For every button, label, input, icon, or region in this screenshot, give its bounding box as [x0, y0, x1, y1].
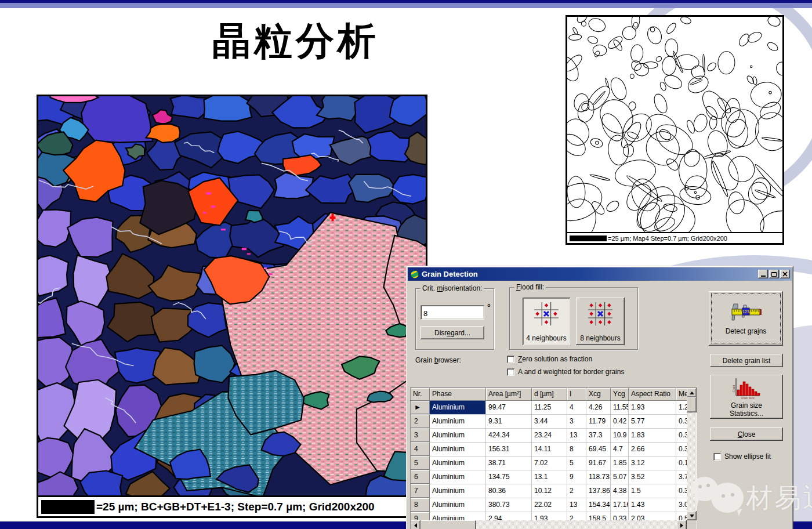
table-cell[interactable]: 4 — [567, 401, 586, 415]
table-cell[interactable]: 0.35 — [676, 429, 687, 443]
table-cell[interactable]: 3.44 — [532, 415, 567, 429]
column-header-phase[interactable]: Phase — [430, 388, 486, 401]
table-cell[interactable]: 3.12 — [629, 456, 676, 470]
zero-solution-checkbox[interactable]: Zero solution as fraction — [507, 355, 592, 363]
table-row[interactable]: 6Aluminium134.7513.19118.735.073.523.76 — [411, 470, 687, 484]
table-row[interactable]: 2Aluminium9.313.44311.790.425.770.37 — [411, 415, 687, 429]
table-cell[interactable]: 14.11 — [532, 443, 567, 456]
table-cell[interactable]: 118.73 — [586, 470, 611, 484]
table-cell[interactable]: 137.86 — [586, 484, 611, 498]
table-cell[interactable]: Aluminium — [430, 498, 486, 512]
table-row[interactable]: 9Aluminium2.941.932158.50.332.030.5 — [411, 512, 687, 520]
table-cell[interactable]: 1.93 — [532, 512, 567, 520]
table-cell[interactable]: 69.45 — [586, 443, 611, 456]
table-cell[interactable]: 4.26 — [586, 401, 611, 415]
table-cell[interactable]: 7.02 — [532, 456, 567, 470]
four-neighbours-button[interactable]: 4 neighbours — [523, 298, 570, 345]
table-cell[interactable]: 80.36 — [486, 484, 532, 498]
table-cell[interactable]: 0.42 — [611, 415, 629, 429]
table-cell[interactable]: 4.38 — [611, 484, 629, 498]
table-cell[interactable]: 1.93 — [629, 401, 676, 415]
table-cell[interactable]: Aluminium — [430, 470, 486, 484]
table-cell[interactable]: 37.3 — [586, 429, 611, 443]
table-cell[interactable]: 5.77 — [629, 415, 676, 429]
column-header-xcg[interactable]: Xcg — [586, 388, 611, 401]
table-cell[interactable]: 156.31 — [486, 443, 532, 456]
table-cell[interactable]: 23.24 — [532, 429, 567, 443]
table-cell[interactable]: 4 — [411, 443, 430, 456]
column-header-nr-[interactable]: Nr. — [411, 388, 430, 401]
table-cell[interactable]: 0.35 — [676, 484, 687, 498]
table-cell[interactable]: 13 — [567, 498, 586, 512]
table-cell[interactable]: 0.33 — [611, 512, 629, 520]
table-cell[interactable]: Aluminium — [430, 415, 486, 429]
table-row[interactable]: 7Aluminium80.3610.122137.864.381.50.35 — [411, 484, 687, 498]
eight-neighbours-button[interactable]: 8 neighbours — [576, 298, 625, 345]
minimize-button[interactable] — [758, 270, 768, 278]
table-cell[interactable]: 13.1 — [532, 470, 567, 484]
table-cell[interactable]: 2 — [411, 415, 430, 429]
table-cell[interactable]: 11.55 — [611, 401, 629, 415]
table-cell[interactable]: 4.7 — [611, 443, 629, 456]
column-header-aspect-ratio[interactable]: Aspect Ratio — [629, 388, 676, 401]
close-button[interactable]: Close — [710, 427, 783, 441]
column-header-d-m-[interactable]: d [µm] — [532, 388, 567, 401]
column-header-i[interactable]: I — [567, 388, 586, 401]
table-cell[interactable]: 2 — [567, 512, 586, 520]
table-cell[interactable]: Aluminium — [430, 443, 486, 456]
table-cell[interactable]: 1.28 — [676, 401, 687, 415]
table-cell[interactable]: 2.03 — [629, 512, 676, 520]
table-cell[interactable]: 1.85 — [611, 456, 629, 470]
table-cell[interactable]: 9 — [567, 470, 586, 484]
table-cell[interactable]: 380.73 — [486, 498, 532, 512]
weighted-border-checkbox[interactable]: A and d weighted for border grains — [507, 368, 624, 376]
table-cell[interactable]: 91.67 — [586, 456, 611, 470]
table-row[interactable]: 4Aluminium156.3114.11869.454.72.660.33 — [411, 443, 687, 456]
table-row[interactable]: 3Aluminium424.3423.241337.310.91.830.35 — [411, 429, 687, 443]
table-cell[interactable]: 158.5 — [586, 512, 611, 520]
table-cell[interactable]: 3.76 — [676, 470, 687, 484]
table-cell[interactable]: 154.34 — [586, 498, 611, 512]
table-cell[interactable]: Aluminium — [430, 456, 486, 470]
table-cell[interactable]: 3 — [411, 429, 430, 443]
column-header-me[interactable]: Me — [676, 388, 687, 401]
table-cell[interactable]: 9 — [411, 512, 430, 520]
table-cell[interactable]: Aluminium — [430, 512, 486, 520]
table-cell[interactable]: 38.71 — [486, 456, 532, 470]
table-cell[interactable]: 0.37 — [676, 415, 687, 429]
table-cell[interactable]: Aluminium — [430, 484, 486, 498]
table-cell[interactable]: 8 — [411, 498, 430, 512]
horizontal-scroll-thumb[interactable] — [420, 520, 476, 529]
table-cell[interactable]: 7 — [411, 484, 430, 498]
scroll-left-button[interactable] — [411, 520, 420, 529]
table-cell[interactable]: 0.5 — [676, 512, 687, 520]
table-cell[interactable]: 6 — [411, 470, 430, 484]
detect-grains-button[interactable]: 123 Detect grains — [709, 291, 783, 346]
table-cell[interactable]: 10.12 — [532, 484, 567, 498]
horizontal-scrollbar[interactable] — [411, 520, 687, 529]
table-cell[interactable]: 8 — [567, 443, 586, 456]
maximize-button[interactable] — [769, 270, 779, 278]
table-cell[interactable]: 13 — [567, 429, 586, 443]
scroll-right-button[interactable] — [677, 520, 687, 529]
table-row[interactable]: 8Aluminium380.7322.0213154.3417.161.433.… — [411, 498, 687, 512]
table-cell[interactable]: Aluminium — [430, 401, 486, 415]
table-cell[interactable]: 10.9 — [611, 429, 629, 443]
misorientation-input[interactable] — [420, 305, 484, 320]
table-row[interactable]: ►Aluminium99.4711.2544.2611.551.931.28 — [411, 401, 687, 415]
close-window-button[interactable] — [780, 270, 790, 278]
table-row[interactable]: 5Aluminium38.717.02591.671.853.120.15 — [411, 456, 687, 470]
scroll-up-button[interactable] — [687, 388, 697, 397]
table-cell[interactable]: ► — [411, 401, 430, 415]
table-cell[interactable]: 5 — [411, 456, 430, 470]
table-cell[interactable]: 2.66 — [629, 443, 676, 456]
table-cell[interactable]: 3.05 — [676, 498, 687, 512]
table-cell[interactable]: 3.52 — [629, 470, 676, 484]
table-cell[interactable]: 99.47 — [486, 401, 532, 415]
table-cell[interactable]: 134.75 — [486, 470, 532, 484]
table-cell[interactable]: 1.5 — [629, 484, 676, 498]
vertical-scroll-thumb[interactable] — [687, 397, 697, 412]
table-cell[interactable]: 2.94 — [486, 512, 532, 520]
table-cell[interactable]: 9.31 — [486, 415, 532, 429]
table-cell[interactable]: 5 — [567, 456, 586, 470]
